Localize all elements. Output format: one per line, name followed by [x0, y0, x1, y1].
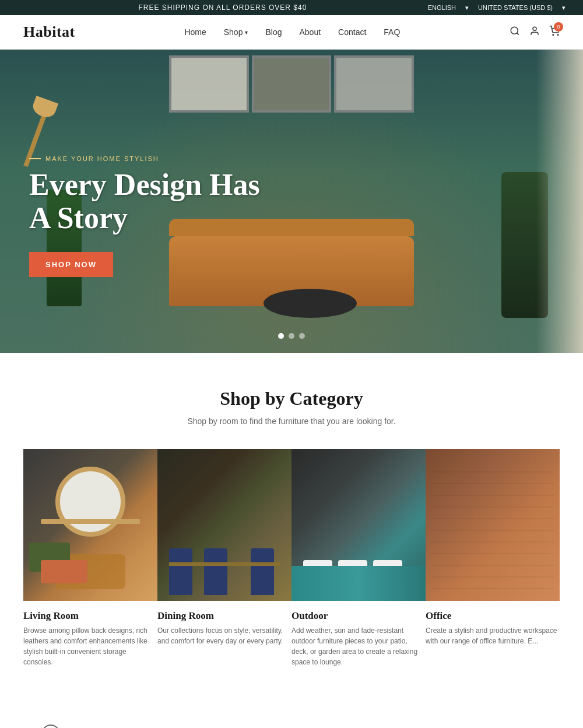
hero-title: Every Design Has A Story — [29, 168, 262, 235]
nav-faq[interactable]: FAQ — [384, 27, 400, 37]
dining-chair-3 — [251, 548, 274, 595]
header-icons: 0 — [510, 26, 560, 39]
hero-dot-1[interactable] — [278, 333, 284, 339]
category-section-title: Shop by Category — [23, 388, 560, 410]
brand-jardan[interactable]: ⊗ JARDAN — [41, 724, 112, 728]
category-desc-dining: Our collections focus on style, versatil… — [157, 625, 292, 646]
category-name-outdoor: Outdoor — [292, 610, 426, 622]
language-selector[interactable]: ENGLISH — [428, 4, 456, 11]
main-nav: Home Shop ▾ Blog About Contact FAQ — [184, 27, 400, 37]
hero-eyebrow: MAKE YOUR HOME STYLISH — [29, 155, 262, 162]
dining-chair-2 — [204, 548, 227, 595]
top-bar-right: ENGLISH ▾ UNITED STATES (USD $) ▾ — [428, 4, 566, 12]
nav-blog[interactable]: Blog — [265, 27, 282, 37]
category-img-living — [23, 449, 157, 601]
cushion-orange — [41, 560, 87, 583]
category-section-subtitle: Shop by room to find the furniture that … — [23, 416, 560, 426]
hero-dot-3[interactable] — [299, 333, 305, 339]
hero-slider-dots — [278, 333, 305, 339]
svg-point-0 — [511, 27, 518, 34]
nav-shop[interactable]: Shop ▾ — [224, 27, 248, 37]
shop-now-button[interactable]: SHOP NOW — [29, 252, 113, 277]
category-desc-outdoor: Add weather, sun and fade-resistant outd… — [292, 625, 426, 667]
cart-badge: 0 — [554, 22, 563, 32]
nav-about[interactable]: About — [299, 27, 321, 37]
shelf-decoration — [41, 519, 140, 524]
category-info-dining: Dining Room Our collections focus on sty… — [157, 601, 292, 651]
hero-section: MAKE YOUR HOME STYLISH Every Design Has … — [0, 50, 583, 353]
hero-frame-1 — [169, 55, 249, 113]
svg-point-4 — [557, 34, 559, 36]
currency-selector[interactable]: UNITED STATES (USD $) — [478, 4, 553, 11]
svg-line-1 — [517, 33, 518, 34]
dining-table — [169, 562, 280, 566]
category-card-living[interactable]: Living Room Browse among pillow back des… — [23, 449, 157, 672]
site-logo[interactable]: Habitat — [23, 23, 75, 41]
office-pattern — [431, 461, 554, 589]
hero-coffee-table — [264, 289, 357, 318]
svg-point-2 — [533, 27, 536, 30]
top-bar: FREE SHIPPING ON ALL ORDERS OVER $40 ENG… — [0, 0, 583, 15]
category-img-office — [426, 449, 560, 601]
category-name-office: Office — [426, 610, 560, 622]
category-desc-office: Create a stylish and productive workspac… — [426, 625, 560, 646]
category-section: Shop by Category Shop by room to find th… — [0, 353, 583, 695]
brands-row: ⊗ JARDAN vitra. Allermuir MOROSO™ FortyW… — [23, 724, 560, 728]
nav-contact[interactable]: Contact — [338, 27, 366, 37]
category-info-living: Living Room Browse among pillow back des… — [23, 601, 157, 672]
category-img-outdoor — [292, 449, 426, 601]
hero-curtain — [536, 50, 583, 353]
jardan-icon: ⊗ — [41, 724, 60, 728]
hero-frame-2 — [252, 55, 332, 113]
top-bar-announcement: FREE SHIPPING ON ALL ORDERS OVER $40 — [17, 4, 428, 12]
search-icon[interactable] — [510, 26, 520, 39]
cart-icon[interactable]: 0 — [549, 26, 560, 39]
mirror-decoration — [55, 467, 125, 537]
dining-chair-1 — [169, 548, 192, 595]
category-card-office[interactable]: Office Create a stylish and productive w… — [426, 449, 560, 672]
nav-home[interactable]: Home — [184, 27, 206, 37]
category-grid: Living Room Browse among pillow back des… — [23, 449, 560, 672]
category-name-living: Living Room — [23, 610, 157, 622]
pool-decoration — [292, 566, 426, 601]
brands-section: ⊗ JARDAN vitra. Allermuir MOROSO™ FortyW… — [0, 695, 583, 728]
hero-frame-3 — [334, 55, 414, 113]
category-img-dining — [157, 449, 292, 601]
category-info-office: Office Create a stylish and productive w… — [426, 601, 560, 651]
language-arrow: ▾ — [465, 4, 469, 12]
account-icon[interactable] — [529, 26, 540, 39]
category-card-outdoor[interactable]: Outdoor Add weather, sun and fade-resist… — [292, 449, 426, 672]
category-info-outdoor: Outdoor Add weather, sun and fade-resist… — [292, 601, 426, 672]
hero-dot-2[interactable] — [289, 333, 294, 339]
category-name-dining: Dining Room — [157, 610, 292, 622]
category-card-dining[interactable]: Dining Room Our collections focus on sty… — [157, 449, 292, 672]
header: Habitat Home Shop ▾ Blog About Contact F… — [0, 15, 583, 50]
shop-dropdown-arrow: ▾ — [245, 29, 248, 36]
currency-arrow: ▾ — [562, 4, 566, 12]
svg-point-3 — [553, 34, 554, 36]
category-desc-living: Browse among pillow back designs, rich l… — [23, 625, 157, 667]
hero-content: MAKE YOUR HOME STYLISH Every Design Has … — [29, 155, 262, 277]
